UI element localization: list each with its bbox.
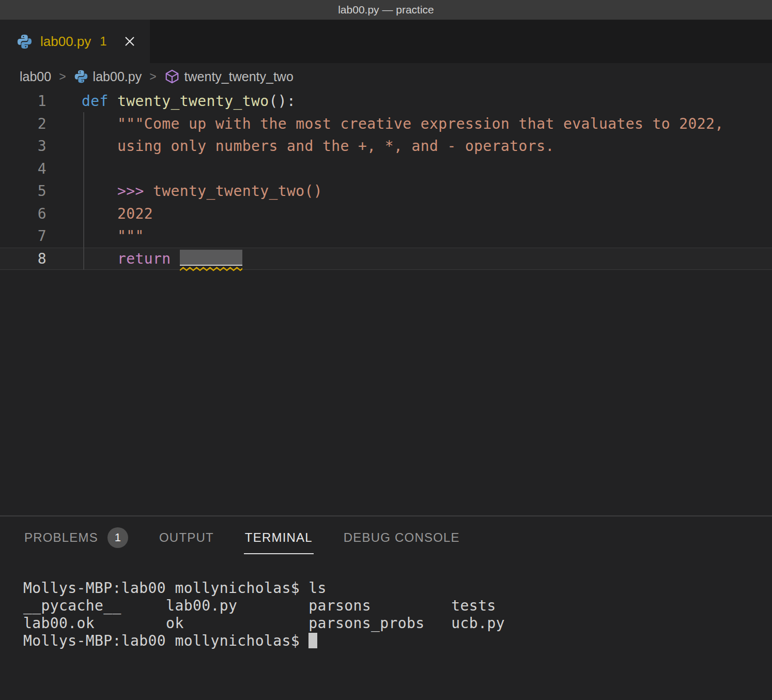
line-number: 3 [0, 135, 47, 158]
title-bar: lab00.py — practice [0, 0, 772, 20]
code-text: """ [47, 225, 144, 248]
code-line-6[interactable]: 6 2022 [0, 203, 772, 225]
breadcrumb-symbol[interactable]: twenty_twenty_two [184, 69, 294, 84]
selection-highlight [180, 250, 242, 266]
breadcrumb-file[interactable]: lab00.py [93, 69, 142, 84]
code-token: """Come up with the most creative expres… [82, 115, 724, 132]
editor-code: 1def twenty_twenty_two():2 """Come up wi… [0, 90, 772, 270]
code-text: >>> twenty_twenty_two() [47, 180, 322, 203]
terminal-line: Mollys-MBP:lab00 mollynicholas$ [23, 632, 772, 650]
code-editor[interactable]: 1def twenty_twenty_two():2 """Come up wi… [0, 90, 772, 515]
tab-file-name: lab00.py [40, 34, 91, 50]
panel-tab-label: DEBUG CONSOLE [344, 530, 460, 545]
editor-tab-lab00[interactable]: lab00.py 1 [0, 20, 150, 63]
python-icon [17, 34, 33, 50]
line-number: 4 [0, 158, 47, 180]
code-line-4[interactable]: 4 [0, 158, 772, 180]
terminal-line: Mollys-MBP:lab00 mollynicholas$ ls [23, 580, 772, 597]
line-number: 1 [0, 90, 47, 113]
code-token: def [82, 93, 109, 110]
code-token: twenty_twenty_two [117, 93, 269, 110]
panel-tab-debug-console[interactable]: DEBUG CONSOLE [343, 521, 461, 554]
panel-tab-label: PROBLEMS [24, 530, 98, 545]
code-text: using only numbers and the +, *, and - o… [47, 135, 554, 158]
code-text: return [47, 248, 242, 270]
line-number: 2 [0, 113, 47, 135]
code-text: def twenty_twenty_two(): [47, 90, 296, 113]
code-token [171, 250, 180, 267]
warning-squiggle-icon [180, 267, 242, 271]
cube-symbol-icon [164, 69, 180, 84]
code-token: >>> [117, 182, 153, 200]
code-text: 2022 [47, 203, 153, 225]
code-text [47, 158, 82, 180]
code-token [109, 93, 117, 110]
panel-tab-problems[interactable]: PROBLEMS1 [23, 518, 129, 557]
breadcrumb: lab00 > lab00.py > twenty_twenty_two [0, 63, 772, 90]
code-line-5[interactable]: 5 >>> twenty_twenty_two() [0, 180, 772, 203]
terminal-cursor [308, 633, 317, 648]
terminal-line: __pycache__ lab00.py parsons tests [23, 597, 772, 615]
code-line-7[interactable]: 7 """ [0, 225, 772, 248]
line-number: 6 [0, 203, 47, 225]
code-line-1[interactable]: 1def twenty_twenty_two(): [0, 90, 772, 113]
code-token: return [117, 250, 171, 267]
problems-count-badge: 1 [107, 527, 128, 548]
terminal-output[interactable]: Mollys-MBP:lab00 mollynicholas$ ls__pyca… [0, 559, 772, 650]
line-number: 7 [0, 225, 47, 248]
line-number: 8 [0, 248, 47, 270]
breadcrumb-folder[interactable]: lab00 [20, 69, 51, 84]
chevron-right-icon: > [149, 70, 156, 84]
code-token: 2022 [82, 205, 153, 222]
indent-guide [83, 112, 84, 270]
code-token: twenty_twenty_two() [153, 182, 322, 200]
panel-tab-output[interactable]: OUTPUT [158, 521, 215, 554]
chevron-right-icon: > [59, 70, 66, 84]
python-icon [74, 69, 88, 84]
panel-tab-label: OUTPUT [159, 530, 214, 545]
code-token: using only numbers and the +, *, and - o… [82, 138, 554, 155]
tab-problem-count: 1 [100, 34, 106, 49]
line-number: 5 [0, 180, 47, 203]
bottom-panel: PROBLEMS1OUTPUTTERMINALDEBUG CONSOLE Mol… [0, 515, 772, 700]
code-line-2[interactable]: 2 """Come up with the most creative expr… [0, 113, 772, 135]
code-token: """ [82, 227, 144, 245]
close-icon[interactable] [123, 35, 136, 48]
code-line-8[interactable]: 8 return [0, 248, 772, 270]
window-title: lab00.py — practice [338, 4, 434, 16]
panel-tabs: PROBLEMS1OUTPUTTERMINALDEBUG CONSOLE [0, 516, 772, 559]
code-token [82, 250, 117, 267]
panel-tab-label: TERMINAL [245, 530, 313, 545]
code-token [82, 182, 117, 200]
code-text: """Come up with the most creative expres… [47, 113, 724, 135]
panel-tab-terminal[interactable]: TERMINAL [244, 521, 314, 554]
code-line-3[interactable]: 3 using only numbers and the +, *, and -… [0, 135, 772, 158]
code-token: (): [269, 93, 296, 110]
terminal-line: lab00.ok ok parsons_probs ucb.py [23, 615, 772, 632]
tab-strip: lab00.py 1 [0, 20, 772, 63]
